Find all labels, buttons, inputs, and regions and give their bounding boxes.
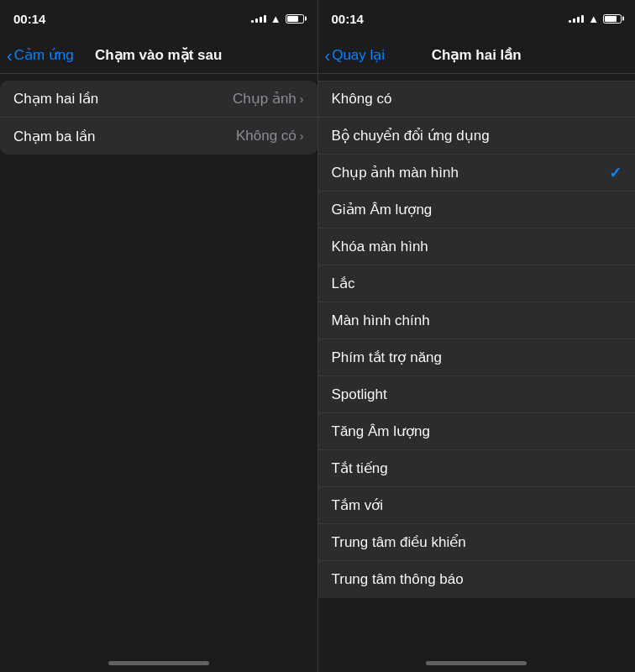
right-list-item-label: Màn hình chính bbox=[332, 312, 430, 329]
right-list-item[interactable]: Khóa màn hình bbox=[318, 228, 636, 265]
list-item-triple-tap[interactable]: Chạm ba lần Không có › bbox=[0, 118, 318, 155]
right-list-item-label: Spotlight bbox=[332, 386, 387, 403]
right-list-item-label: Bộ chuyển đổi ứng dụng bbox=[332, 127, 490, 144]
right-list-item[interactable]: Trung tâm điều khiển bbox=[318, 524, 636, 561]
left-content: Chạm hai lần Chụp ảnh › Chạm ba lần Khôn… bbox=[0, 74, 318, 643]
right-list-item[interactable]: Tăng Âm lượng bbox=[318, 413, 636, 450]
right-list-item-label: Lắc bbox=[332, 275, 355, 292]
right-nav-bar: ‹ Quay lại Chạm hai lần bbox=[318, 37, 636, 74]
left-status-bar: 00:14 ▲ bbox=[0, 0, 318, 37]
double-tap-label: Chạm hai lần bbox=[13, 90, 98, 108]
triple-tap-chevron-icon: › bbox=[300, 129, 304, 143]
right-list-item[interactable]: Chụp ảnh màn hình✓ bbox=[318, 155, 636, 192]
right-back-label: Quay lại bbox=[332, 46, 385, 64]
left-signal-icon bbox=[251, 15, 266, 23]
right-list-item[interactable]: Không có bbox=[318, 81, 636, 118]
right-list-item[interactable]: Spotlight bbox=[318, 376, 636, 413]
right-nav-title: Chạm hai lần bbox=[432, 46, 522, 64]
right-list-item-label: Tắm với bbox=[332, 496, 384, 514]
right-panel: 00:14 ▲ ‹ Quay lại Chạm hai lần Không có… bbox=[318, 0, 636, 672]
left-back-label: Cảm ứng bbox=[14, 46, 74, 64]
right-list-item[interactable]: Màn hình chính bbox=[318, 302, 636, 339]
right-list-item-label: Trung tâm thông báo bbox=[332, 571, 464, 588]
double-tap-value: Chụp ảnh › bbox=[233, 90, 304, 108]
right-status-time: 00:14 bbox=[332, 12, 364, 26]
right-list-item-label: Tắt tiếng bbox=[332, 459, 388, 477]
right-list-item[interactable]: Lắc bbox=[318, 265, 636, 302]
left-list: Chạm hai lần Chụp ảnh › Chạm ba lần Khôn… bbox=[0, 81, 318, 155]
left-panel: 00:14 ▲ ‹ Cảm ứng Chạm vào mặt sau Chạm … bbox=[0, 0, 318, 672]
right-list-item-label: Tăng Âm lượng bbox=[332, 423, 430, 440]
right-battery-icon bbox=[603, 14, 622, 24]
left-status-time: 00:14 bbox=[13, 12, 45, 26]
triple-tap-label: Chạm ba lần bbox=[13, 128, 95, 145]
right-back-chevron-icon: ‹ bbox=[325, 47, 331, 64]
right-status-icons: ▲ bbox=[569, 13, 622, 25]
right-list-item[interactable]: Phím tắt trợ năng bbox=[318, 339, 636, 376]
right-list-item-label: Trung tâm điều khiển bbox=[332, 533, 466, 551]
left-status-icons: ▲ bbox=[251, 13, 304, 25]
left-home-bar bbox=[108, 661, 209, 665]
right-list[interactable]: Không cóBộ chuyển đổi ứng dụngChụp ảnh m… bbox=[318, 74, 636, 643]
triple-tap-value: Không có › bbox=[236, 128, 304, 144]
double-tap-chevron-icon: › bbox=[300, 92, 304, 106]
left-battery-icon bbox=[286, 14, 304, 24]
right-list-item[interactable]: Tắm với bbox=[318, 487, 636, 524]
left-back-chevron-icon: ‹ bbox=[7, 47, 13, 64]
left-back-button[interactable]: ‹ Cảm ứng bbox=[7, 46, 74, 64]
right-list-item[interactable]: Bộ chuyển đổi ứng dụng bbox=[318, 118, 636, 155]
right-list-item[interactable]: Trung tâm thông báo bbox=[318, 561, 636, 598]
right-status-bar: 00:14 ▲ bbox=[318, 0, 636, 37]
right-list-item-label: Giảm Âm lượng bbox=[332, 201, 433, 218]
checkmark-icon: ✓ bbox=[609, 164, 622, 182]
right-list-item-label: Khóa màn hình bbox=[332, 239, 428, 255]
list-item-double-tap[interactable]: Chạm hai lần Chụp ảnh › bbox=[0, 81, 318, 118]
right-wifi-icon: ▲ bbox=[588, 13, 599, 25]
right-list-item-label: Chụp ảnh màn hình bbox=[332, 164, 459, 181]
left-wifi-icon: ▲ bbox=[270, 13, 281, 25]
left-home-indicator bbox=[0, 643, 318, 672]
right-list-item[interactable]: Tắt tiếng bbox=[318, 450, 636, 487]
right-list-item-label: Không có bbox=[332, 91, 392, 108]
right-list-item[interactable]: Giảm Âm lượng bbox=[318, 192, 636, 228]
right-back-button[interactable]: ‹ Quay lại bbox=[325, 46, 386, 64]
right-list-item-label: Phím tắt trợ năng bbox=[332, 349, 443, 366]
right-home-indicator bbox=[318, 643, 636, 672]
left-nav-title: Chạm vào mặt sau bbox=[95, 46, 222, 64]
right-home-bar bbox=[426, 661, 527, 665]
left-nav-bar: ‹ Cảm ứng Chạm vào mặt sau bbox=[0, 37, 318, 74]
right-signal-icon bbox=[569, 15, 584, 23]
